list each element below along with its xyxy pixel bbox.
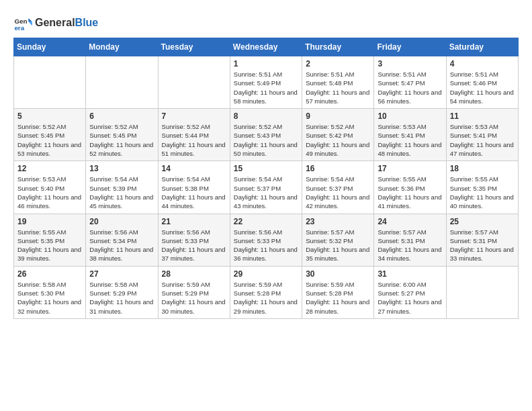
day-info: Sunrise: 5:57 AMSunset: 5:31 PMDaylight:… xyxy=(378,228,442,263)
day-info: Sunrise: 5:58 AMSunset: 5:29 PMDaylight:… xyxy=(89,280,154,316)
calendar-cell: 15Sunrise: 5:54 AMSunset: 5:37 PMDayligh… xyxy=(230,161,302,214)
calendar-cell: 10Sunrise: 5:53 AMSunset: 5:41 PMDayligh… xyxy=(374,109,446,161)
weekday-header-row: SundayMondayTuesdayWednesdayThursdayFrid… xyxy=(14,38,519,56)
day-info: Sunrise: 5:54 AMSunset: 5:37 PMDaylight:… xyxy=(234,175,298,210)
calendar-cell: 13Sunrise: 5:54 AMSunset: 5:39 PMDayligh… xyxy=(86,161,158,214)
day-number: 26 xyxy=(17,269,82,279)
calendar-table: SundayMondayTuesdayWednesdayThursdayFrid… xyxy=(13,38,519,319)
calendar-cell: 7Sunrise: 5:52 AMSunset: 5:44 PMDaylight… xyxy=(158,109,230,161)
calendar-cell: 18Sunrise: 5:55 AMSunset: 5:35 PMDayligh… xyxy=(446,161,518,214)
calendar-cell: 17Sunrise: 5:55 AMSunset: 5:36 PMDayligh… xyxy=(374,161,446,214)
day-number: 23 xyxy=(306,217,370,226)
day-number: 31 xyxy=(378,269,442,279)
day-number: 6 xyxy=(89,111,154,121)
day-info: Sunrise: 5:55 AMSunset: 5:35 PMDaylight:… xyxy=(17,228,82,263)
day-info: Sunrise: 5:51 AMSunset: 5:48 PMDaylight:… xyxy=(306,70,370,105)
calendar-cell xyxy=(14,56,86,109)
calendar-cell: 14Sunrise: 5:54 AMSunset: 5:38 PMDayligh… xyxy=(158,161,230,214)
week-row-4: 19Sunrise: 5:55 AMSunset: 5:35 PMDayligh… xyxy=(14,214,519,266)
calendar-cell: 29Sunrise: 5:59 AMSunset: 5:28 PMDayligh… xyxy=(230,266,302,318)
weekday-header-wednesday: Wednesday xyxy=(230,38,302,56)
calendar-cell: 23Sunrise: 5:57 AMSunset: 5:32 PMDayligh… xyxy=(302,214,374,266)
day-number: 13 xyxy=(89,164,154,173)
generalblue-logo-icon: Gen era xyxy=(13,13,32,32)
day-info: Sunrise: 5:55 AMSunset: 5:35 PMDaylight:… xyxy=(450,175,515,210)
calendar-cell: 31Sunrise: 6:00 AMSunset: 5:27 PMDayligh… xyxy=(374,266,446,318)
calendar-cell: 22Sunrise: 5:56 AMSunset: 5:33 PMDayligh… xyxy=(230,214,302,266)
calendar-cell xyxy=(86,56,158,109)
day-number: 10 xyxy=(378,111,442,121)
day-number: 1 xyxy=(234,59,298,68)
day-number: 7 xyxy=(162,111,226,121)
week-row-5: 26Sunrise: 5:58 AMSunset: 5:30 PMDayligh… xyxy=(14,266,519,318)
calendar-cell: 6Sunrise: 5:52 AMSunset: 5:45 PMDaylight… xyxy=(86,109,158,161)
day-info: Sunrise: 5:54 AMSunset: 5:39 PMDaylight:… xyxy=(89,175,154,210)
calendar-cell: 12Sunrise: 5:53 AMSunset: 5:40 PMDayligh… xyxy=(14,161,86,214)
day-number: 24 xyxy=(378,217,442,226)
svg-marker-2 xyxy=(28,18,32,22)
day-number: 19 xyxy=(17,217,82,226)
day-number: 27 xyxy=(89,269,154,279)
day-info: Sunrise: 5:54 AMSunset: 5:37 PMDaylight:… xyxy=(306,175,370,210)
day-info: Sunrise: 5:53 AMSunset: 5:41 PMDaylight:… xyxy=(450,122,515,158)
week-row-2: 5Sunrise: 5:52 AMSunset: 5:45 PMDaylight… xyxy=(14,109,519,161)
calendar-cell xyxy=(158,56,230,109)
day-number: 15 xyxy=(234,164,298,173)
calendar-cell: 11Sunrise: 5:53 AMSunset: 5:41 PMDayligh… xyxy=(446,109,518,161)
day-number: 11 xyxy=(450,111,515,121)
day-info: Sunrise: 5:51 AMSunset: 5:49 PMDaylight:… xyxy=(234,70,298,105)
day-number: 20 xyxy=(89,217,154,226)
week-row-1: 1Sunrise: 5:51 AMSunset: 5:49 PMDaylight… xyxy=(14,56,519,109)
header: Gen era GeneralBlue xyxy=(13,13,519,32)
weekday-header-tuesday: Tuesday xyxy=(158,38,230,56)
day-number: 17 xyxy=(378,164,442,173)
weekday-header-thursday: Thursday xyxy=(302,38,374,56)
day-info: Sunrise: 5:52 AMSunset: 5:45 PMDaylight:… xyxy=(89,122,154,158)
day-info: Sunrise: 5:56 AMSunset: 5:33 PMDaylight:… xyxy=(162,228,226,263)
day-info: Sunrise: 5:59 AMSunset: 5:29 PMDaylight:… xyxy=(162,280,226,316)
day-number: 29 xyxy=(234,269,298,279)
logo-general-text: General xyxy=(35,17,75,28)
calendar-cell: 9Sunrise: 5:52 AMSunset: 5:42 PMDaylight… xyxy=(302,109,374,161)
day-number: 30 xyxy=(306,269,370,279)
day-number: 5 xyxy=(17,111,82,121)
calendar-cell: 8Sunrise: 5:52 AMSunset: 5:43 PMDaylight… xyxy=(230,109,302,161)
logo: Gen era GeneralBlue xyxy=(13,13,98,32)
day-info: Sunrise: 5:53 AMSunset: 5:41 PMDaylight:… xyxy=(378,122,442,158)
calendar-cell: 28Sunrise: 5:59 AMSunset: 5:29 PMDayligh… xyxy=(158,266,230,318)
logo-blue-text: Blue xyxy=(75,17,99,28)
calendar-cell: 5Sunrise: 5:52 AMSunset: 5:45 PMDaylight… xyxy=(14,109,86,161)
svg-marker-3 xyxy=(28,22,32,26)
calendar-cell: 4Sunrise: 5:51 AMSunset: 5:46 PMDaylight… xyxy=(446,56,518,109)
calendar-cell: 21Sunrise: 5:56 AMSunset: 5:33 PMDayligh… xyxy=(158,214,230,266)
day-info: Sunrise: 5:56 AMSunset: 5:33 PMDaylight:… xyxy=(234,228,298,263)
day-info: Sunrise: 5:51 AMSunset: 5:47 PMDaylight:… xyxy=(378,70,442,105)
calendar-cell: 2Sunrise: 5:51 AMSunset: 5:48 PMDaylight… xyxy=(302,56,374,109)
day-info: Sunrise: 5:55 AMSunset: 5:36 PMDaylight:… xyxy=(378,175,442,210)
calendar-cell: 19Sunrise: 5:55 AMSunset: 5:35 PMDayligh… xyxy=(14,214,86,266)
day-info: Sunrise: 5:54 AMSunset: 5:38 PMDaylight:… xyxy=(162,175,226,210)
calendar-cell: 16Sunrise: 5:54 AMSunset: 5:37 PMDayligh… xyxy=(302,161,374,214)
calendar-cell: 3Sunrise: 5:51 AMSunset: 5:47 PMDaylight… xyxy=(374,56,446,109)
calendar-cell: 25Sunrise: 5:57 AMSunset: 5:31 PMDayligh… xyxy=(446,214,518,266)
day-info: Sunrise: 5:52 AMSunset: 5:42 PMDaylight:… xyxy=(306,122,370,158)
week-row-3: 12Sunrise: 5:53 AMSunset: 5:40 PMDayligh… xyxy=(14,161,519,214)
day-number: 9 xyxy=(306,111,370,121)
day-number: 16 xyxy=(306,164,370,173)
day-number: 8 xyxy=(234,111,298,121)
calendar-cell: 27Sunrise: 5:58 AMSunset: 5:29 PMDayligh… xyxy=(86,266,158,318)
calendar-cell: 1Sunrise: 5:51 AMSunset: 5:49 PMDaylight… xyxy=(230,56,302,109)
day-number: 12 xyxy=(17,164,82,173)
day-info: Sunrise: 5:57 AMSunset: 5:32 PMDaylight:… xyxy=(306,228,370,263)
weekday-header-friday: Friday xyxy=(374,38,446,56)
day-info: Sunrise: 5:53 AMSunset: 5:40 PMDaylight:… xyxy=(17,175,82,210)
svg-text:era: era xyxy=(14,24,24,32)
day-number: 18 xyxy=(450,164,515,173)
day-number: 4 xyxy=(450,59,515,68)
day-number: 14 xyxy=(162,164,226,173)
day-number: 25 xyxy=(450,217,515,226)
day-info: Sunrise: 5:59 AMSunset: 5:28 PMDaylight:… xyxy=(306,280,370,316)
day-number: 2 xyxy=(306,59,370,68)
day-info: Sunrise: 5:52 AMSunset: 5:43 PMDaylight:… xyxy=(234,122,298,158)
weekday-header-monday: Monday xyxy=(86,38,158,56)
